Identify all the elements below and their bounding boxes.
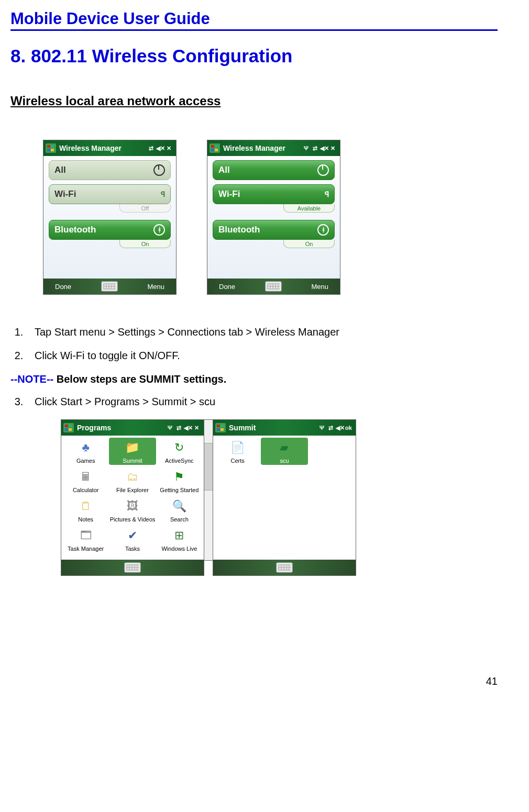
app-certs[interactable]: 📄Certs [214, 438, 261, 465]
step-2: Click Wi-Fi to toggle it ON/OFF. [26, 350, 498, 362]
page-number: 41 [10, 675, 498, 687]
sync-icon: ↻ [170, 439, 188, 457]
app-pictures-videos[interactable]: 🖼Pictures & Videos [109, 496, 156, 524]
keyboard-icon[interactable] [124, 562, 141, 573]
menu-softkey[interactable]: Menu [147, 283, 164, 291]
app-scu[interactable]: ▰scu [261, 438, 307, 465]
app-label: Search [170, 516, 189, 522]
power-icon [153, 164, 165, 176]
close-icon[interactable]: ✕ [165, 144, 173, 152]
screenshot-wireless-manager-off: Wireless Manager ⇄ ◀✕ ✕ All Wi-Fi ꟼ Off … [43, 140, 177, 295]
app-label: Pictures & Videos [110, 516, 156, 522]
connectivity-icon[interactable]: ⇄ [327, 424, 335, 432]
keyboard-icon[interactable] [101, 281, 118, 292]
close-icon[interactable]: ✕ [193, 424, 201, 432]
connectivity-icon[interactable]: ⇄ [311, 144, 319, 152]
calculator-icon: 🖩 [77, 468, 95, 486]
app-tasks[interactable]: ✔︎Tasks [109, 526, 156, 553]
app-label: Summit [123, 458, 142, 464]
app-file-explorer[interactable]: 🗂File Explorer [109, 467, 156, 494]
note-line: --NOTE-- Below steps are SUMMIT settings… [10, 373, 498, 385]
app-games[interactable]: ♣Games [62, 438, 109, 465]
signal-icon[interactable]: Ψ [166, 424, 174, 432]
app-task-manager[interactable]: 🗔Task Manager [62, 526, 109, 553]
ok-button[interactable]: ok [345, 424, 352, 432]
bluetooth-toggle[interactable]: Bluetooth ᚼ [49, 220, 171, 240]
scroll-thumb[interactable] [204, 443, 213, 491]
screenshots-row-1: Wireless Manager ⇄ ◀✕ ✕ All Wi-Fi ꟼ Off … [10, 140, 498, 295]
title-text: Wireless Manager [59, 144, 144, 152]
screenshot-summit-folder: Summit Ψ ⇄ ◀✕ ok 📄Certs ▰scu [213, 419, 356, 576]
wifi-toggle[interactable]: Wi-Fi ꟼ [213, 184, 335, 204]
search-icon: 🔍 [170, 497, 188, 515]
wifi-antenna-icon: ꟼ [161, 190, 165, 198]
app-label: scu [280, 458, 289, 464]
folder-icon: 🗂 [124, 468, 141, 486]
app-label: ActiveSync [165, 458, 193, 464]
bluetooth-label: Bluetooth [218, 225, 260, 235]
app-label: File Explorer [116, 487, 149, 493]
volume-icon[interactable]: ◀✕ [336, 424, 344, 432]
bluetooth-icon: ᚼ [153, 224, 165, 236]
note-text: Below steps are SUMMIT settings. [53, 373, 226, 385]
volume-icon[interactable]: ◀✕ [184, 424, 192, 432]
softkey-bar [213, 560, 356, 575]
bluetooth-toggle[interactable]: Bluetooth ᚼ [213, 220, 335, 240]
app-search[interactable]: 🔍Search [156, 496, 203, 524]
pictures-icon: 🖼 [124, 497, 141, 515]
section-heading: 8. 802.11 Wireless Configuration [10, 46, 498, 66]
app-activesync[interactable]: ↻ActiveSync [156, 438, 203, 465]
page-title: Mobile Device User Guide [10, 9, 498, 31]
app-notes[interactable]: 🗒Notes [62, 496, 109, 524]
wifi-status-pill: Off [119, 204, 171, 213]
start-icon[interactable] [215, 423, 226, 432]
done-softkey[interactable]: Done [55, 283, 71, 291]
start-icon[interactable] [63, 423, 74, 432]
keyboard-icon[interactable] [265, 281, 282, 292]
scrollbar[interactable] [204, 419, 213, 561]
start-icon[interactable] [210, 143, 220, 153]
menu-softkey[interactable]: Menu [311, 283, 328, 291]
all-toggle[interactable]: All [213, 160, 335, 180]
games-icon: ♣ [77, 439, 95, 457]
bluetooth-label: Bluetooth [54, 225, 96, 235]
wifi-antenna-icon: ꟼ [325, 190, 329, 198]
bluetooth-status-pill: On [119, 240, 171, 248]
all-label: All [218, 165, 230, 175]
app-calculator[interactable]: 🖩Calculator [62, 467, 109, 494]
app-label: Windows Live [161, 546, 197, 552]
wifi-toggle[interactable]: Wi-Fi ꟼ [49, 184, 171, 204]
all-label: All [54, 165, 66, 175]
notes-icon: 🗒 [77, 497, 95, 515]
volume-icon[interactable]: ◀✕ [320, 144, 328, 152]
softkey-bar: Done Menu [43, 279, 176, 294]
keyboard-icon[interactable] [276, 562, 293, 573]
close-icon[interactable]: ✕ [329, 144, 337, 152]
app-label: Getting Started [160, 487, 199, 493]
steps-list-2: Click Start > Programs > Summit > scu [10, 396, 498, 408]
note-tag: --NOTE-- [10, 373, 53, 385]
done-softkey[interactable]: Done [219, 283, 235, 291]
app-windows-live[interactable]: ⊞Windows Live [156, 526, 203, 553]
app-label: Calculator [73, 487, 99, 493]
app-label: Certs [231, 458, 245, 464]
screenshots-row-2: Programs Ψ ⇄ ◀✕ ✕ ♣Games 📁Summit ↻Active… [10, 419, 498, 576]
signal-icon[interactable]: Ψ [318, 424, 326, 432]
folder-icon: 📁 [124, 439, 141, 457]
wifi-status-pill: Available [283, 204, 335, 213]
titlebar: Wireless Manager Ψ ⇄ ◀✕ ✕ [207, 140, 340, 156]
connectivity-icon[interactable]: ⇄ [175, 424, 183, 432]
step-3: Click Start > Programs > Summit > scu [26, 396, 498, 408]
scu-icon: ▰ [275, 439, 293, 457]
titlebar: Programs Ψ ⇄ ◀✕ ✕ [61, 420, 204, 436]
all-toggle[interactable]: All [49, 160, 171, 180]
app-label: Notes [78, 516, 93, 522]
app-getting-started[interactable]: ⚑Getting Started [156, 467, 203, 494]
start-icon[interactable] [46, 143, 56, 153]
app-summit[interactable]: 📁Summit [109, 438, 156, 465]
power-icon [317, 164, 329, 176]
screenshot-wireless-manager-on: Wireless Manager Ψ ⇄ ◀✕ ✕ All Wi-Fi ꟼ Av… [207, 140, 340, 295]
connectivity-icon[interactable]: ⇄ [147, 144, 155, 152]
volume-icon[interactable]: ◀✕ [156, 144, 164, 152]
signal-icon[interactable]: Ψ [302, 144, 310, 152]
